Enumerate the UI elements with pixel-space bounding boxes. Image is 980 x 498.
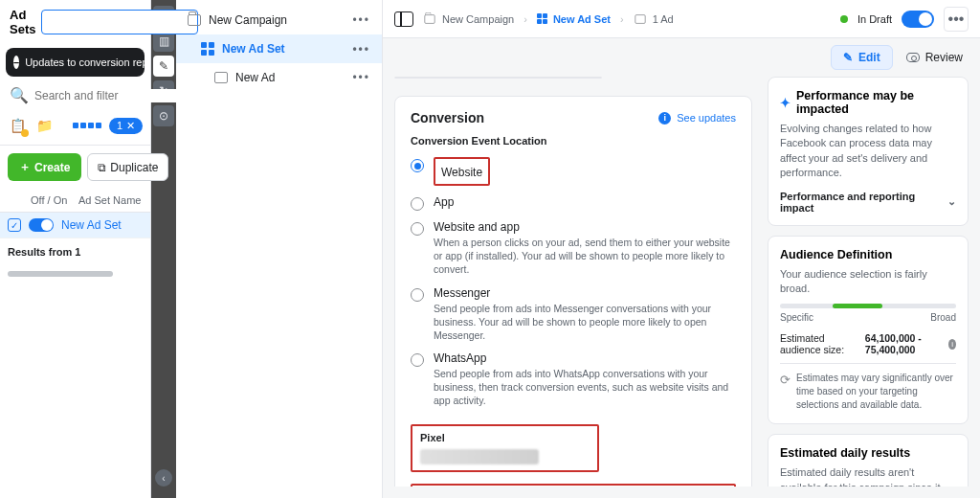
left-panel: Ad Sets – Updates to conversion reportin… — [0, 0, 151, 498]
zoom-icon[interactable]: ⊙ — [153, 105, 174, 126]
topbar: New Campaign › New Ad Set › 1 Ad In Draf… — [383, 0, 980, 38]
audience-title: Audience Definition — [780, 248, 956, 261]
pixel-value-redacted — [420, 449, 539, 464]
audience-card: Audience Definition Your audience select… — [768, 236, 969, 425]
radio-icon[interactable] — [411, 353, 424, 367]
eye-icon — [906, 53, 920, 62]
vertical-rail: ✕ ▥ ✎ ↻ ⊙ ‹ — [151, 0, 176, 498]
radio-icon[interactable] — [411, 288, 424, 302]
selection-count-pill[interactable]: 1 ✕ — [109, 118, 143, 134]
see-updates-link[interactable]: iSee updates — [658, 112, 736, 124]
col-name: Ad Set Name — [78, 194, 141, 206]
conversion-title: Conversion — [411, 110, 484, 125]
more-menu-icon[interactable]: ••• — [944, 7, 969, 32]
tree-campaign[interactable]: New Campaign ••• — [176, 6, 382, 34]
radio-icon[interactable] — [411, 222, 424, 236]
grid-view-icon[interactable] — [73, 123, 101, 128]
panel-toggle-icon[interactable] — [394, 11, 413, 27]
edit-rail-icon[interactable]: ✎ — [153, 56, 174, 77]
edit-button[interactable]: ✎ Edit — [831, 45, 893, 70]
row-name-link[interactable]: New Ad Set — [61, 218, 122, 232]
crumb-ad[interactable]: 1 Ad — [653, 13, 674, 25]
crumb-campaign[interactable]: New Campaign — [442, 13, 514, 25]
info-icon[interactable]: i — [948, 339, 956, 350]
horizontal-scrollbar[interactable] — [8, 271, 113, 277]
info-icon: i — [658, 112, 671, 124]
performance-expand[interactable]: Performance and reporting impact⌄ — [780, 191, 956, 214]
more-icon[interactable]: ••• — [352, 13, 370, 27]
tree-panel: New Campaign ••• New Ad Set ••• New Ad •… — [176, 0, 383, 498]
duplicate-button[interactable]: ⧉ Duplicate — [87, 153, 168, 181]
performance-card: ✦Performance may be impacted Evolving ch… — [768, 77, 969, 226]
row-checkbox[interactable]: ✓ — [8, 218, 21, 232]
folder-open-icon[interactable]: 📁 — [34, 116, 54, 135]
conversion-event-box: Conversion Event Complete Registration ✕ — [411, 484, 736, 487]
pixel-box: Pixel — [411, 424, 599, 472]
right-rail: ✦Performance may be impacted Evolving ch… — [768, 77, 969, 487]
daily-title: Estimated daily results — [780, 446, 956, 460]
ad-icon — [635, 14, 645, 24]
performance-title: Performance may be impacted — [796, 89, 956, 116]
conversion-section: Conversion iSee updates Conversion Event… — [394, 96, 752, 487]
radio-messenger[interactable]: MessengerSend people from ads into Messe… — [411, 282, 736, 348]
table-header: Off / On Ad Set Name — [0, 189, 150, 213]
ad-icon — [214, 72, 228, 83]
tree-adset[interactable]: New Ad Set ••• — [176, 34, 382, 63]
more-icon[interactable]: ••• — [352, 42, 370, 56]
col-toggle: Off / On — [31, 194, 71, 206]
prev-section-sliver — [394, 77, 602, 79]
search-icon: 🔍 — [10, 86, 29, 104]
audience-meter — [780, 304, 956, 308]
tree-ad[interactable]: New Ad ••• — [176, 63, 382, 92]
radio-website[interactable]: Website — [411, 152, 736, 191]
clipboard-icon[interactable]: 📋 — [8, 116, 27, 135]
specific-label: Specific — [780, 312, 813, 323]
adset-icon — [537, 13, 547, 24]
folder-icon — [188, 14, 201, 26]
broad-label: Broad — [930, 312, 956, 323]
chevron-down-icon: ⌄ — [947, 195, 956, 208]
radio-icon[interactable] — [411, 197, 424, 211]
radio-whatsapp[interactable]: WhatsAppSend people from ads into WhatsA… — [411, 347, 736, 413]
create-button[interactable]: ＋ Create — [8, 153, 81, 181]
breadcrumb: New Campaign › New Ad Set › 1 Ad — [423, 13, 674, 25]
performance-desc: Evolving changes related to how Facebook… — [780, 122, 956, 181]
notice-icon: – — [13, 56, 19, 69]
audience-subtitle: Your audience selection is fairly broad. — [780, 267, 956, 297]
folder-icon — [424, 14, 434, 24]
expand-rail-icon[interactable]: ‹ — [155, 469, 172, 487]
review-button[interactable]: Review — [906, 51, 963, 64]
gauge-icon: ⟳ — [780, 372, 791, 412]
adset-icon — [201, 42, 214, 56]
pixel-label: Pixel — [420, 432, 590, 443]
daily-desc: Estimated daily results aren't available… — [780, 465, 956, 487]
radio-icon[interactable] — [411, 159, 424, 172]
daily-results-card: Estimated daily results Estimated daily … — [768, 434, 969, 487]
notice-banner[interactable]: – Updates to conversion reporting — [6, 48, 145, 77]
notice-text: Updates to conversion reporting — [25, 57, 145, 68]
table-row[interactable]: ✓ New Ad Set — [0, 213, 150, 238]
audience-note: Estimates may vary significantly over ti… — [796, 372, 956, 412]
main-area: New Campaign › New Ad Set › 1 Ad In Draf… — [383, 0, 980, 498]
status-dot — [840, 15, 848, 23]
publish-toggle[interactable] — [902, 11, 934, 28]
search-input[interactable] — [34, 89, 178, 102]
location-label: Conversion Event Location — [411, 135, 736, 147]
row-toggle[interactable] — [29, 218, 54, 232]
ad-sets-title: Ad Sets — [10, 8, 35, 36]
crumb-adset[interactable]: New Ad Set — [553, 13, 611, 25]
more-icon[interactable]: ••• — [352, 71, 370, 84]
results-summary: Results from 1 — [0, 238, 150, 265]
radio-website-app[interactable]: Website and appWhen a person clicks on y… — [411, 215, 736, 282]
status-label: In Draft — [858, 13, 892, 25]
audience-size: Estimated audience size: 64,100,000 - 75… — [780, 332, 956, 355]
adset-name-input[interactable] — [41, 10, 198, 34]
radio-app[interactable]: App — [411, 191, 736, 215]
sparkle-icon: ✦ — [780, 96, 791, 110]
